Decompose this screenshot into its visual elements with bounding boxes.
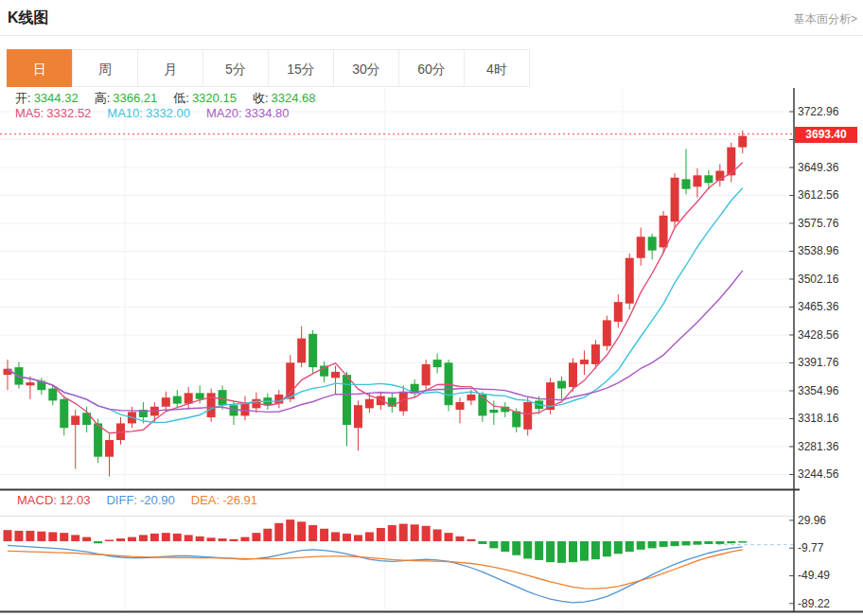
svg-text:3244.56: 3244.56 bbox=[798, 467, 839, 481]
svg-text:29.96: 29.96 bbox=[798, 514, 826, 527]
svg-text:3281.36: 3281.36 bbox=[798, 440, 839, 453]
interval-tab-bar: 日周月5分15分30分60分4时 bbox=[8, 49, 530, 87]
svg-text:3354.96: 3354.96 bbox=[798, 384, 839, 397]
panel-header: K线图 基本面分析> bbox=[0, 0, 863, 36]
svg-text:3538.96: 3538.96 bbox=[798, 244, 839, 257]
svg-text:3465.36: 3465.36 bbox=[798, 300, 839, 313]
legend-item: DIFF:-20.90 bbox=[106, 493, 177, 507]
svg-text:-9.77: -9.77 bbox=[798, 541, 824, 554]
svg-text:3502.16: 3502.16 bbox=[798, 273, 839, 286]
tab-week[interactable]: 周 bbox=[72, 49, 138, 87]
legend-item: MACD:12.03 bbox=[17, 493, 93, 507]
tab-month[interactable]: 月 bbox=[137, 49, 203, 87]
svg-text:3649.36: 3649.36 bbox=[798, 161, 839, 174]
ma-legend: MA5:3332.52MA10:3332.00MA20:3334.80 bbox=[15, 106, 306, 120]
svg-text:3318.16: 3318.16 bbox=[798, 412, 839, 425]
page-title: K线图 bbox=[8, 9, 49, 28]
chart-area: 3722.963686.163649.363612.563575.763538.… bbox=[0, 88, 863, 616]
fundamental-analysis-link[interactable]: 基本面分析> bbox=[794, 11, 857, 27]
kline-chart[interactable]: 3722.963686.163649.363612.563575.763538.… bbox=[0, 88, 863, 616]
legend-item: 高:3366.21 bbox=[95, 91, 161, 105]
tab-5min[interactable]: 5分 bbox=[203, 49, 269, 87]
tab-30min[interactable]: 30分 bbox=[333, 49, 399, 87]
svg-text:3391.76: 3391.76 bbox=[798, 356, 839, 369]
svg-text:3612.56: 3612.56 bbox=[798, 188, 839, 202]
tab-60min[interactable]: 60分 bbox=[398, 49, 465, 87]
legend-item: DEA:-26.91 bbox=[191, 493, 260, 507]
legend-item: 收:3324.68 bbox=[253, 91, 319, 105]
macd-legend: MACD:12.03DIFF:-20.90DEA:-26.91 bbox=[17, 493, 273, 507]
svg-text:3428.56: 3428.56 bbox=[798, 328, 839, 342]
svg-text:3722.96: 3722.96 bbox=[798, 105, 839, 118]
legend-item: MA10:3332.00 bbox=[107, 106, 193, 120]
tab-4hour[interactable]: 4时 bbox=[464, 49, 530, 87]
legend-item: MA5:3332.52 bbox=[15, 106, 94, 120]
svg-text:3575.76: 3575.76 bbox=[798, 217, 839, 230]
legend-item: 开:3344.32 bbox=[15, 91, 81, 105]
tab-15min[interactable]: 15分 bbox=[268, 49, 334, 87]
svg-text:-49.49: -49.49 bbox=[798, 569, 830, 582]
legend-item: 低:3320.15 bbox=[173, 91, 239, 105]
ohlc-legend: 开:3344.32高:3366.21低:3320.15收:3324.68 bbox=[15, 90, 332, 107]
current-price-tag: 3693.40 bbox=[795, 127, 857, 143]
tab-day[interactable]: 日 bbox=[7, 49, 73, 87]
kline-panel: K线图 基本面分析> 日周月5分15分30分60分4时 3722.963686.… bbox=[0, 0, 863, 616]
legend-item: MA20:3334.80 bbox=[206, 106, 292, 120]
svg-text:-89.22: -89.22 bbox=[798, 597, 830, 610]
